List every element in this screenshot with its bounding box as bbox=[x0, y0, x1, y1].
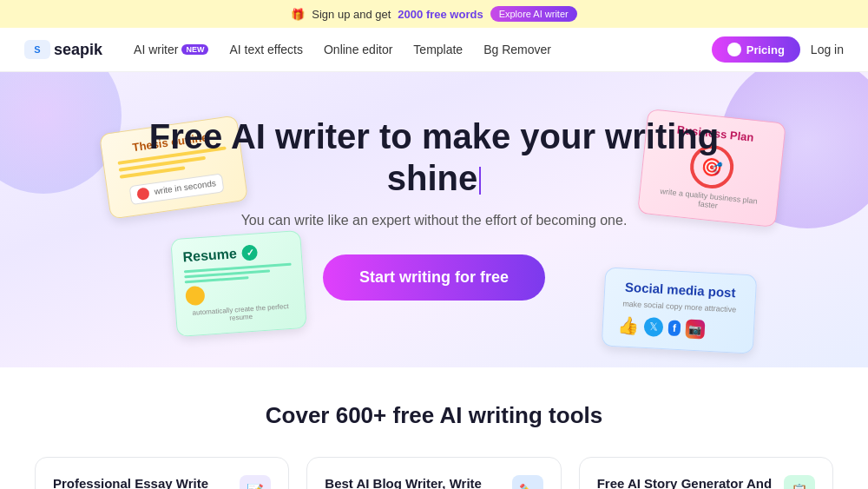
explore-ai-writer-button[interactable]: Explore AI writer bbox=[490, 6, 577, 22]
resume-line-3 bbox=[185, 276, 249, 283]
pricing-icon bbox=[727, 43, 741, 56]
features-section: Cover 600+ free AI writing tools Profess… bbox=[0, 367, 868, 489]
nav-template[interactable]: Template bbox=[413, 43, 463, 56]
resume-card-text: automatically create the perfect resume bbox=[187, 302, 295, 326]
card-social: Social media post make social copy more … bbox=[602, 267, 758, 354]
login-button[interactable]: Log in bbox=[811, 43, 844, 56]
resume-lines bbox=[184, 263, 293, 284]
feature-card-2: Free AI Story Generator And Plot Generat… bbox=[579, 457, 833, 489]
feature-card-title-1: Best AI Blog Writer, Write Blogs In Seco… bbox=[325, 475, 511, 489]
social-icons-row: 👍 𝕏 f 📷 bbox=[616, 314, 740, 341]
feature-icon-1: ✏️ bbox=[512, 475, 543, 489]
blob-tl bbox=[0, 72, 122, 194]
nav-links: AI writer NEW AI text effects Online edi… bbox=[134, 43, 687, 56]
nav-right: Pricing Log in bbox=[712, 36, 844, 63]
feature-card-header-2: Free AI Story Generator And Plot Generat… bbox=[597, 475, 815, 489]
banner-highlight: 2000 free words bbox=[398, 8, 483, 21]
feature-icon-0: 📝 bbox=[240, 475, 271, 489]
feature-card-header-0: Professional Essay Write Powered By AI (… bbox=[53, 475, 271, 489]
feature-card-1: Best AI Blog Writer, Write Blogs In Seco… bbox=[306, 457, 561, 489]
logo-icon: S bbox=[24, 40, 50, 59]
banner-gift-icon: 🎁 bbox=[291, 8, 305, 21]
social-card-title: Social media post bbox=[619, 279, 742, 300]
blob-tr bbox=[720, 72, 868, 228]
nav-bg-remover[interactable]: Bg Remover bbox=[483, 43, 551, 56]
feature-card-title-2: Free AI Story Generator And Plot Generat… bbox=[597, 475, 784, 489]
facebook-icon: f bbox=[667, 320, 681, 336]
check-badge: ✓ bbox=[241, 244, 258, 261]
nav-online-editor[interactable]: Online editor bbox=[324, 43, 392, 56]
thumb-icon: 👍 bbox=[616, 314, 639, 336]
top-banner: 🎁 Sign up and get 2000 free words Explor… bbox=[0, 0, 868, 28]
pricing-button[interactable]: Pricing bbox=[712, 36, 800, 63]
navbar: S seapik AI writer NEW AI text effects O… bbox=[0, 28, 868, 72]
logo[interactable]: S seapik bbox=[24, 40, 102, 59]
feature-icon-2: 📋 bbox=[784, 475, 815, 489]
logo-text: seapik bbox=[54, 41, 102, 59]
pricing-label: Pricing bbox=[746, 43, 785, 56]
card-resume: Resume ✓ automatically create the perfec… bbox=[170, 230, 307, 337]
feature-card-title-0: Professional Essay Write Powered By AI (… bbox=[53, 475, 240, 489]
features-grid: Professional Essay Write Powered By AI (… bbox=[35, 457, 833, 489]
feature-card-header-1: Best AI Blog Writer, Write Blogs In Seco… bbox=[325, 475, 542, 489]
resume-line-1 bbox=[184, 263, 292, 274]
hero-title: Free AI writer to make your writing shin… bbox=[130, 116, 738, 199]
social-card-text: make social copy more attractive bbox=[618, 299, 740, 314]
features-title: Cover 600+ free AI writing tools bbox=[35, 402, 833, 429]
resume-line-2 bbox=[184, 269, 270, 278]
resume-avatar bbox=[185, 286, 205, 306]
cursor bbox=[479, 167, 481, 195]
feature-card-0: Professional Essay Write Powered By AI (… bbox=[35, 457, 289, 489]
twitter-icon: 𝕏 bbox=[643, 317, 663, 337]
hero-subtitle: You can write like an expert without the… bbox=[217, 213, 651, 228]
instagram-icon: 📷 bbox=[685, 319, 705, 339]
cta-button[interactable]: Start writing for free bbox=[323, 254, 545, 301]
nav-ai-writer[interactable]: AI writer NEW bbox=[134, 43, 208, 56]
hero-section: Thesis outline write in seconds Business… bbox=[0, 72, 868, 367]
ai-writer-badge: NEW bbox=[181, 44, 208, 55]
nav-ai-text-effects[interactable]: AI text effects bbox=[229, 43, 303, 56]
resume-card-title: Resume ✓ bbox=[182, 242, 291, 266]
ai-writer-label: AI writer bbox=[134, 43, 178, 56]
banner-text: Sign up and get bbox=[312, 8, 391, 21]
